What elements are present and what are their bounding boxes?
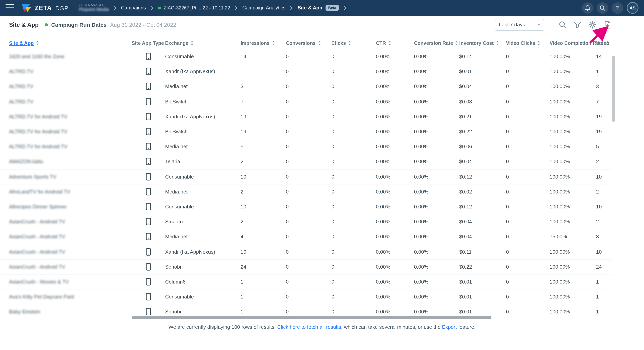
- site-name-cell: ALTRD.TV: [0, 79, 132, 94]
- conversion-rate-cell: 0.00%: [414, 304, 459, 317]
- help-icon[interactable]: ?: [612, 2, 623, 14]
- toolbar-settings-icon[interactable]: [588, 20, 598, 30]
- ctr-cell: 0.00%: [376, 184, 414, 199]
- chevron-down-icon: ▾: [538, 22, 540, 27]
- table-row: Ava's Kitty Pet Daycare Parti Consumable…: [0, 289, 610, 304]
- table-row: Allrecipes Dinner Spinner Consumable 10 …: [0, 199, 610, 214]
- sort-icon: [348, 40, 352, 46]
- site-name-cell: ALTRD.TV for Android TV: [0, 139, 132, 154]
- column-header[interactable]: Site & App: [0, 37, 132, 49]
- toolbar-search-icon[interactable]: [558, 20, 568, 30]
- clicks-cell: 0: [332, 229, 376, 244]
- brand-product: DSP: [56, 4, 69, 11]
- conversion-rate-cell: 0.00%: [414, 94, 459, 109]
- site-name-cell: ALTRD.TV: [0, 94, 132, 109]
- video-completions-cell: 2: [596, 184, 610, 199]
- brand[interactable]: ZETA DSP: [21, 3, 68, 12]
- video-completions-cell: 5: [596, 139, 610, 154]
- video-clicks-cell: 0: [506, 229, 550, 244]
- column-header[interactable]: CTR: [376, 37, 414, 49]
- ctr-cell: 0.00%: [376, 259, 414, 274]
- video-completion-rate-cell: 100.00%: [550, 184, 596, 199]
- conversion-rate-cell: 0.00%: [414, 274, 459, 289]
- video-clicks-cell: 0: [506, 214, 550, 229]
- ctr-cell: 0.00%: [376, 49, 414, 64]
- table-row: ALTRD.TV for Android TV Xandr (fka AppNe…: [0, 109, 610, 124]
- ctr-cell: 0.00%: [376, 244, 414, 259]
- inventory-cost-cell: $0.01: [459, 64, 506, 79]
- notification-bell-icon[interactable]: [582, 2, 593, 14]
- mobile-device-icon: [146, 143, 151, 150]
- toolbar-filter-icon[interactable]: [572, 20, 583, 30]
- video-completion-rate-cell: 100.00%: [550, 49, 596, 64]
- column-header[interactable]: Inventory Cost: [459, 37, 506, 49]
- breadcrumb-account[interactable]: ZETA MANAGED Pinpoint Media: [79, 4, 109, 12]
- table-row: ALTRD.TV for Android TV Media.net 5 0 0 …: [0, 139, 610, 154]
- column-header[interactable]: Video Clicks: [506, 37, 550, 49]
- breadcrumb-campaign-analytics[interactable]: Campaign Analytics: [242, 5, 286, 10]
- table-row: AsianCrush - Movies & TV Column6 1 0 0 0…: [0, 274, 610, 289]
- exchange-cell: Consumable: [165, 49, 240, 64]
- inventory-cost-cell: $0.02: [459, 184, 506, 199]
- video-completion-rate-cell: 100.00%: [550, 244, 596, 259]
- column-header[interactable]: Exchange: [165, 37, 240, 49]
- clicks-cell: 0: [332, 289, 376, 304]
- table-row: AsianCrush - Android TV Sonobi 24 0 0 0.…: [0, 259, 610, 274]
- breadcrumb-campaign[interactable]: ZIAO-32267_Pi ... 22 - 10.11.22: [158, 5, 230, 10]
- impressions-cell: 1: [240, 304, 286, 317]
- inventory-cost-cell: $0.04: [459, 154, 506, 169]
- impressions-cell: 7: [240, 94, 286, 109]
- mobile-device-icon: [146, 188, 151, 196]
- video-completion-rate-cell: 100.00%: [550, 124, 596, 139]
- site-app-type-cell: [132, 289, 165, 304]
- vertical-scrollbar[interactable]: [612, 56, 615, 122]
- column-header[interactable]: Clicks: [332, 37, 376, 49]
- site-name-cell: AsianCrush - Android TV: [0, 244, 132, 259]
- conversions-cell: 0: [286, 109, 332, 124]
- column-header[interactable]: Site App Type: [132, 37, 165, 49]
- toolbar-export-icon[interactable]: [602, 20, 612, 30]
- exchange-cell: Media.net: [165, 229, 240, 244]
- exchange-cell: Media.net: [165, 79, 240, 94]
- inventory-cost-cell: $0.01: [459, 304, 506, 317]
- conversions-cell: 0: [286, 184, 332, 199]
- notice-middle: , which can take several minutes, or use…: [341, 324, 442, 330]
- impressions-cell: 4: [240, 229, 286, 244]
- navbar-actions: ? AS: [582, 2, 638, 14]
- site-app-type-cell: [132, 199, 165, 214]
- column-header[interactable]: Conversions: [286, 37, 332, 49]
- hamburger-menu-icon[interactable]: [6, 4, 15, 12]
- column-header[interactable]: Impressions: [240, 37, 286, 49]
- breadcrumb-site-and-app[interactable]: Site & App Beta: [298, 5, 339, 10]
- video-clicks-cell: 0: [506, 139, 550, 154]
- video-completions-cell: 1: [596, 304, 610, 317]
- conversion-rate-cell: 0.00%: [414, 184, 459, 199]
- site-app-type-cell: [132, 259, 165, 274]
- impressions-cell: 1: [240, 64, 286, 79]
- ctr-cell: 0.00%: [376, 229, 414, 244]
- exchange-cell: Xandr (fka AppNexus): [165, 109, 240, 124]
- site-name-cell: ALTRD.TV for Android TV: [0, 124, 132, 139]
- avatar[interactable]: AS: [627, 2, 638, 14]
- video-completion-rate-cell: 100.00%: [550, 274, 596, 289]
- export-link[interactable]: Export: [442, 324, 457, 330]
- exchange-cell: Column6: [165, 274, 240, 289]
- mobile-device-icon: [146, 128, 151, 135]
- impressions-cell: 1: [240, 274, 286, 289]
- ctr-cell: 0.00%: [376, 154, 414, 169]
- site-app-type-cell: [132, 244, 165, 259]
- nav-search-icon[interactable]: [597, 2, 608, 14]
- breadcrumb-campaigns[interactable]: Campaigns: [121, 5, 146, 10]
- table-row: ALTRD.TV BidSwitch 7 0 0 0.00% 0.00% $0.…: [0, 94, 610, 109]
- inventory-cost-cell: $0.01: [459, 289, 506, 304]
- video-completion-rate-cell: 100.00%: [550, 169, 596, 184]
- inventory-cost-cell: $0.11: [459, 244, 506, 259]
- fetch-all-results-link[interactable]: Click here to fetch all results: [277, 324, 341, 330]
- conversions-cell: 0: [286, 79, 332, 94]
- column-header[interactable]: Conversion Rate: [414, 37, 459, 49]
- site-app-type-cell: [132, 64, 165, 79]
- column-header[interactable]: Video Completion Rate: [550, 37, 596, 49]
- video-clicks-cell: 0: [506, 289, 550, 304]
- horizontal-scrollbar[interactable]: [132, 316, 492, 319]
- date-range-select[interactable]: Last 7 days ▾: [494, 19, 544, 30]
